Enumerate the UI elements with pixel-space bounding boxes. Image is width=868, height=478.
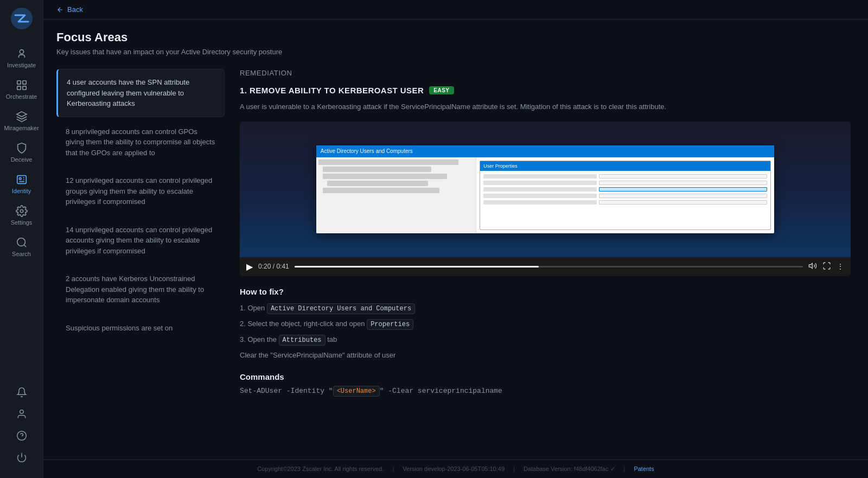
video-mock-dialog: User Properties xyxy=(480,161,771,231)
issues-panel: 4 user accounts have the SPN attribute c… xyxy=(56,69,225,451)
footer-patents[interactable]: Patents xyxy=(634,466,654,473)
sidebar-item-settings[interactable]: Settings xyxy=(3,201,41,230)
field-label xyxy=(483,174,597,179)
dialog-field xyxy=(483,174,767,179)
svg-marker-12 xyxy=(809,263,812,268)
svg-rect-6 xyxy=(17,176,26,184)
video-progress-track[interactable] xyxy=(295,266,803,267)
video-mock-titlebar: Active Directory Users and Computers xyxy=(316,145,775,157)
remediation-heading: 1. REMOVE ABILITY TO KERBEROAST USER EAS… xyxy=(240,86,851,95)
footer-version: Version develop-2023-06-05T05:10:49 xyxy=(403,466,505,473)
how-to-fix-step: Clear the "ServicePrincipalName" attribu… xyxy=(240,350,851,361)
field-label xyxy=(483,200,597,205)
remediation-section-label: Remediation xyxy=(240,69,851,77)
field-input xyxy=(599,194,767,198)
svg-point-7 xyxy=(19,177,21,180)
tree-item xyxy=(323,188,439,193)
dialog-field xyxy=(483,194,767,198)
volume-button[interactable] xyxy=(808,262,817,272)
video-time: 0:20 / 0:41 xyxy=(258,263,289,270)
difficulty-badge: EASY xyxy=(429,86,454,94)
video-mock-main: User Properties xyxy=(476,157,774,234)
back-button[interactable]: Back xyxy=(56,5,83,19)
how-to-fix-step: 2. Select the object, right-click and op… xyxy=(240,318,851,330)
command-text: Set-ADUser -Identity "<UserName>" -Clear… xyxy=(240,386,851,397)
play-button[interactable]: ▶ xyxy=(246,262,253,272)
sidebar-item-deceive[interactable]: Deceive xyxy=(3,138,41,167)
svg-rect-2 xyxy=(17,81,20,84)
page-header: Focus Areas Key issues that have an impa… xyxy=(43,20,868,60)
command-highlight: <UserName> xyxy=(333,386,380,397)
sidebar-item-orchestrate[interactable]: Orchestrate xyxy=(3,75,41,104)
remediation-description: A user is vulnerable to a Kerberoasting … xyxy=(240,101,851,113)
logo xyxy=(10,7,34,33)
how-to-fix-step: 1. Open Active Directory Users and Compu… xyxy=(240,303,851,314)
issue-item[interactable]: 2 accounts have Kerberos Unconstrained D… xyxy=(56,265,225,314)
field-label xyxy=(483,194,597,198)
svg-rect-4 xyxy=(17,86,20,90)
power-icon[interactable] xyxy=(12,448,31,467)
top-bar: Back xyxy=(43,0,868,20)
sidebar-item-miragemaker[interactable]: Miragemaker xyxy=(3,106,41,136)
page-subtitle: Key issues that have an impact on your A… xyxy=(56,48,855,56)
dialog-body xyxy=(480,171,770,208)
svg-point-10 xyxy=(20,410,23,414)
svg-rect-5 xyxy=(22,86,25,90)
field-label xyxy=(483,187,597,192)
video-progress-fill xyxy=(295,266,539,267)
more-options-button[interactable]: ⋮ xyxy=(837,262,844,271)
video-mock-window: Active Directory Users and Computers xyxy=(316,145,775,234)
issue-item[interactable]: Suspicious permissions are set on xyxy=(56,315,225,342)
remediation-heading-text: 1. REMOVE ABILITY TO KERBEROAST USER xyxy=(240,86,424,95)
footer-db-version: Database Version: f48df4062fac ✓ xyxy=(524,466,615,473)
commands-title: Commands xyxy=(240,372,851,381)
main-content: Back Focus Areas Key issues that have an… xyxy=(43,0,868,478)
sidebar-item-identity[interactable]: Identity xyxy=(3,169,41,199)
remediation-panel: Remediation 1. REMOVE ABILITY TO KERBERO… xyxy=(235,69,855,451)
sidebar-nav: Investigate Orchestrate Miragemaker Dece… xyxy=(3,43,41,383)
svg-point-8 xyxy=(20,209,23,213)
help-icon[interactable] xyxy=(12,426,31,445)
field-input xyxy=(599,181,767,185)
video-controls: ▶ 0:20 / 0:41 xyxy=(240,257,851,276)
tree-item xyxy=(327,181,428,186)
bell-icon[interactable] xyxy=(12,383,31,402)
svg-rect-3 xyxy=(22,81,25,84)
sidebar: Investigate Orchestrate Miragemaker Dece… xyxy=(0,0,43,478)
dialog-field xyxy=(483,187,767,192)
code-snippet: Properties xyxy=(367,319,413,330)
issue-item[interactable]: 14 unprivileged accounts can control pri… xyxy=(56,216,225,265)
video-player: Active Directory Users and Computers xyxy=(240,122,851,276)
user-icon[interactable] xyxy=(12,404,31,424)
tree-item xyxy=(318,160,458,165)
sidebar-item-search[interactable]: Search xyxy=(3,232,41,262)
code-snippet: Active Directory Users and Computers xyxy=(267,303,415,314)
video-mock-tree xyxy=(316,157,477,234)
footer-copyright: Copyright©2023 Zscaler Inc. All rights r… xyxy=(257,466,384,473)
how-to-fix-step: 3. Open the Attributes tab xyxy=(240,334,851,346)
dialog-field xyxy=(483,200,767,205)
sidebar-bottom xyxy=(12,383,31,467)
tree-item xyxy=(323,174,447,179)
code-snippet: Attributes xyxy=(279,335,326,346)
how-to-fix-list: 1. Open Active Directory Users and Compu… xyxy=(240,303,851,361)
dialog-titlebar: User Properties xyxy=(480,161,770,171)
field-input xyxy=(599,174,767,179)
issue-item[interactable]: 4 user accounts have the SPN attribute c… xyxy=(56,69,225,117)
field-input xyxy=(599,200,767,205)
fullscreen-button[interactable] xyxy=(822,262,831,272)
sidebar-item-investigate[interactable]: Investigate xyxy=(3,43,41,73)
video-mock-body: User Properties xyxy=(316,157,775,234)
video-screen: Active Directory Users and Computers xyxy=(240,122,851,257)
tree-item xyxy=(323,167,432,172)
issue-item[interactable]: 8 unprivileged accounts can control GPOs… xyxy=(56,118,225,167)
dialog-field xyxy=(483,181,767,185)
footer: Copyright©2023 Zscaler Inc. All rights r… xyxy=(43,460,868,478)
issue-item[interactable]: 12 unprivileged accounts can control pri… xyxy=(56,167,225,215)
page-title: Focus Areas xyxy=(56,30,855,44)
content-area: 4 user accounts have the SPN attribute c… xyxy=(43,60,868,460)
svg-point-11 xyxy=(17,431,26,441)
field-label xyxy=(483,181,597,185)
how-to-fix-title: How to fix? xyxy=(240,287,851,296)
field-input xyxy=(599,187,767,192)
